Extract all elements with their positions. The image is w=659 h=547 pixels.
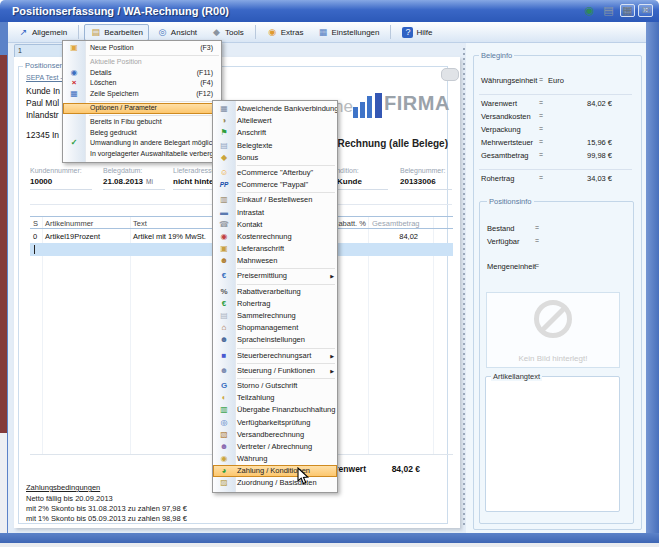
menu-extras[interactable]: ◉ Extras [261, 24, 310, 41]
row-rohertrag: Rohertrag = 34,03 € [473, 174, 640, 187]
artikellangtext-label: Artikellangtext [491, 372, 542, 381]
beleginfo-group-label: Beleginfo [479, 51, 514, 60]
app-window: Positionserfassung / WA-Rechnung (R00) □… [0, 0, 659, 547]
submenu-item-steuerung-funktionen[interactable]: ☻ Steuerung / Funktionen ▶ [213, 365, 337, 377]
menu-item-icon: ▦ [66, 89, 82, 100]
window-border-right [646, 22, 659, 533]
field-value[interactable]: 20133006 [400, 177, 452, 186]
toolbar-button-icon: ◆ [211, 27, 222, 38]
submenu-item-rohertrag[interactable]: € Rohertrag [213, 298, 337, 310]
field-value[interactable]: 10000 [30, 177, 92, 186]
positionsinfo-group-label: Positionsinfo [487, 197, 534, 206]
menu-item-label: Belegtexte [237, 140, 272, 152]
title-bar[interactable]: Positionserfassung / WA-Rechnung (R00) [0, 0, 659, 22]
submenu-item-alteilewert[interactable]: ◑ Alteilewert [213, 115, 337, 127]
menu-item-beleg-gedruckt[interactable]: Beleg gedruckt [63, 128, 221, 139]
artikellangtext-box[interactable] [485, 376, 620, 512]
document-icon[interactable]: ▤ [602, 4, 615, 17]
panel-separator [473, 164, 640, 174]
submenu-item-zuordnung-basisdaten[interactable]: ▨ Zuordnung / Basisdaten [213, 477, 337, 489]
column-header-s[interactable]: S [33, 219, 38, 228]
submenu-item-belegtexte[interactable]: ▤ Belegtexte [213, 140, 337, 152]
menu-item-icon: € [216, 298, 232, 310]
menu-bearbeiten[interactable]: ▤ Bearbeiten [84, 24, 149, 41]
toolbar-button-label: Bearbeiten [104, 28, 143, 37]
submenu-item-shopmanagement[interactable]: ⌂ Shopmanagement [213, 322, 337, 334]
submenu-arrow-icon: ▶ [330, 365, 334, 377]
menu-tools[interactable]: ◆ Tools [205, 24, 250, 41]
menu-allgemein[interactable]: ↗ Allgemein [12, 24, 73, 41]
logo-bar-icon [367, 96, 372, 118]
menu-item-details[interactable]: ◉ Details (F11) [63, 68, 221, 79]
print-icon[interactable]: ▦ [621, 4, 634, 17]
submenu-item-steuerberechnungsart[interactable]: ■ Steuerberechnungsart ▶ [213, 350, 337, 362]
submenu-item-verfuegbarkeitspruefung[interactable]: ◎ Verfügbarkeitsprüfung [213, 417, 337, 429]
submenu-item-abweichende-bankverbindung[interactable]: ▦ Abweichende Bankverbindung [213, 103, 337, 115]
submenu-item-vertreter-abrechnung[interactable]: ☻ Vertreter / Abrechnung [213, 441, 337, 453]
menu-item-label: Versandberechnung [237, 429, 304, 441]
menu-item-icon: ☻ [216, 441, 232, 453]
menu-hilfe[interactable]: ? Hilfe [396, 24, 438, 41]
menu-item-bereits-in-fibu-gebucht[interactable]: Bereits in Fibu gebucht [63, 117, 221, 128]
submenu-item-zahlung-konditionen[interactable]: ◕ Zahlung / Konditionen [213, 465, 337, 477]
submenu-item-einkauf-bestellwesen[interactable]: ▥ Einkauf / Bestellwesen [213, 194, 337, 206]
cell-artikelnummer: Artikel19Prozent [45, 232, 100, 241]
toolbar-separator [390, 25, 391, 39]
menu-item-loeschen[interactable]: × Löschen (F4) [63, 78, 221, 89]
menu-item-shortcut: (F4) [200, 78, 213, 89]
menu-item-icon: ▣ [66, 43, 82, 54]
submenu-item-rabattverarbeitung[interactable]: % Rabattverarbeitung [213, 286, 337, 298]
menu-item-label: Abweichende Bankverbindung [237, 103, 338, 115]
submenu-item-preisermittlung[interactable]: € Preisermittlung ▶ [213, 270, 337, 282]
submenu-item-mahnwesen[interactable]: ☻ Mahnwesen [213, 255, 337, 267]
menu-item-icon: ☎ [216, 219, 232, 231]
menu-item-label: Shopmanagement [237, 322, 298, 334]
menu-item-icon: ⌂ [216, 322, 232, 334]
mail-icon[interactable]: ✉ [640, 4, 653, 17]
column-header-gesamtbetrag[interactable]: Gesamtbetrag [372, 219, 420, 228]
menu-item-label: Rohertrag [237, 298, 270, 310]
submenu-item-versandberechnung[interactable]: ▧ Versandberechnung [213, 429, 337, 441]
menu-item-label: Bonus [237, 152, 258, 164]
menu-item-in-vorgelagerter-verbergen[interactable]: In vorgelagerter Auswahltabelle verberge… [63, 149, 221, 160]
submenu-item-spracheinstellungen[interactable]: ☻ Spracheinstellungen [213, 334, 337, 346]
submenu-item-bonus[interactable]: ◆ Bonus [213, 152, 337, 164]
submenu-item-kontakt[interactable]: ☎ Kontakt [213, 219, 337, 231]
column-header-text[interactable]: Text [133, 219, 147, 228]
submenu-item-waehrung[interactable]: ◉ Währung [213, 453, 337, 465]
customer-link[interactable]: SEPA Test - [26, 74, 63, 81]
submenu-item-storno-gutschrift[interactable]: G Storno / Gutschrift [213, 380, 337, 392]
field-belegdatum[interactable]: Belegdatum: 21.08.2013Mi [103, 167, 165, 190]
toolbar-separator [255, 25, 256, 39]
submenu-item-uebergabe-finanzbuchhaltung[interactable]: ▥ Übergabe Finanzbuchhaltung [213, 404, 337, 416]
submenu-item-lieferanschrift[interactable]: ▣ Lieferanschrift [213, 243, 337, 255]
submenu-item-ecommerce-afterbuy[interactable]: ☺ eCommerce "Afterbuy" [213, 167, 337, 179]
toolbar-button-label: Extras [281, 28, 304, 37]
field-belegnummer[interactable]: Belegnummer: 20133006 [400, 167, 452, 190]
submenu-item-ecommerce-paypal[interactable]: PP eCommerce "Paypal" [213, 179, 337, 191]
sync-globe-icon[interactable]: ◉ [583, 4, 596, 17]
equals-sign: = [539, 76, 543, 83]
submenu-item-anschrift[interactable]: ⚑ Anschrift [213, 127, 337, 139]
menu-item-optionen-parameter[interactable]: Optionen / Parameter ▶ [63, 103, 221, 114]
submenu-item-sammelrechnung[interactable]: ▤ Sammelrechnung [213, 310, 337, 322]
menu-item-zeile-speichern[interactable]: ▦ Zeile Speichern (F12) [63, 89, 221, 100]
toolbar-button-icon: ◉ [267, 27, 278, 38]
field-kundennummer[interactable]: Kundennummer: 10000 [30, 167, 92, 190]
field-value[interactable]: 21.08.2013Mi [103, 177, 165, 186]
menu-ansicht[interactable]: ◎ Ansicht [151, 24, 203, 41]
toolbar-button-label: Einstellungen [331, 28, 379, 37]
panel-splitter[interactable] [463, 48, 465, 526]
menu-item-neue-position[interactable]: ▣ Neue Position (F3) [63, 43, 221, 54]
submenu-item-kostenrechnung[interactable]: ◉ Kostenrechnung [213, 231, 337, 243]
splitter-collapse-handle[interactable] [441, 68, 459, 81]
menu-item-umwandlung-moeglich[interactable]: ✓ Umwandlung in andere Belegart möglich [63, 138, 221, 149]
column-header-artikelnummer[interactable]: Artikelnummer [45, 219, 93, 228]
menu-einstellungen[interactable]: ▦ Einstellungen [311, 24, 385, 41]
info-value: Euro [548, 76, 564, 85]
submenu-item-intrastat[interactable]: ▬ Intrastat [213, 207, 337, 219]
row-warenwert: Warenwert = 84,02 € [473, 99, 640, 112]
menu-item-icon: ◕ [216, 465, 232, 477]
cell-text: Artikel mit 19% MwSt. [133, 232, 206, 241]
submenu-item-teilzahlung[interactable]: ◐ Teilzahlung [213, 392, 337, 404]
